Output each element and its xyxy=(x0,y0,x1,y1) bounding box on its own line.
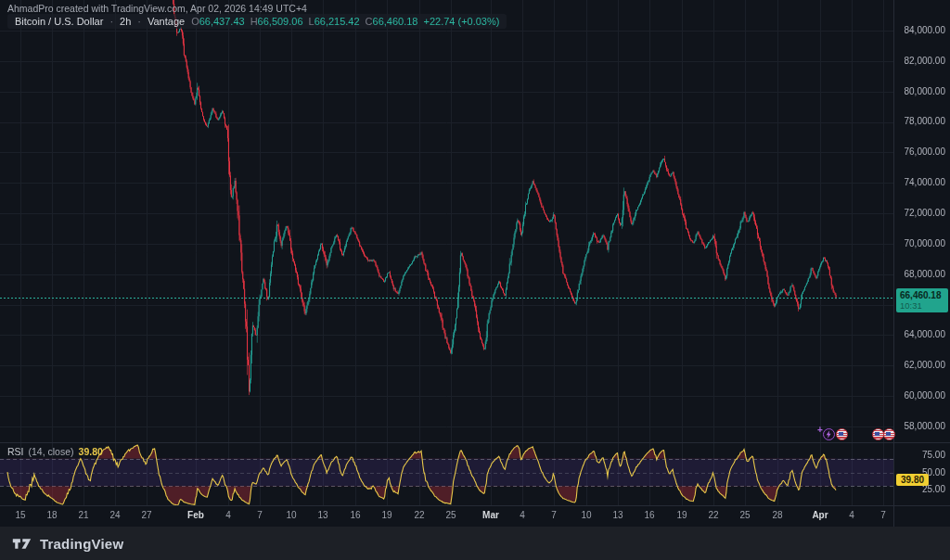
high-value: 66,509.06 xyxy=(258,16,303,27)
time-tick-label: 19 xyxy=(676,510,687,520)
exchange-name[interactable]: Vantage xyxy=(148,16,185,27)
time-tick-label: 7 xyxy=(551,510,557,520)
time-tick-label: Feb xyxy=(187,510,204,520)
tradingview-chart: AhmadPro created with TradingView.com, A… xyxy=(0,0,950,560)
change-value: +22.74 (+0.03%) xyxy=(423,16,499,27)
symbol-title[interactable]: Bitcoin / U.S. Dollar xyxy=(15,16,103,27)
last-price-label: 66,460.18 10:31 xyxy=(896,288,948,312)
high-label: H xyxy=(250,16,258,27)
legend-separator: · xyxy=(109,16,113,27)
pane-separator[interactable] xyxy=(0,439,950,445)
rsi-name: RSI xyxy=(7,446,24,457)
time-tick-label: Apr xyxy=(812,510,828,520)
time-tick-label: 16 xyxy=(350,510,360,520)
price-tick-label: 72,000.00 xyxy=(880,208,945,218)
time-tick-label: 13 xyxy=(317,510,327,520)
add-event-icon[interactable]: + xyxy=(817,426,823,435)
time-tick-label: Mar xyxy=(482,510,499,520)
price-tick-label: 84,000.00 xyxy=(880,25,945,35)
rsi-current-value: 39.80 xyxy=(79,446,103,457)
rsi-tick-label: 75.00 xyxy=(880,450,945,460)
time-tick-label: 7 xyxy=(257,510,263,520)
tradingview-logo-icon[interactable] xyxy=(12,534,32,553)
time-tick-label: 4 xyxy=(849,510,854,520)
time-tick-label: 19 xyxy=(381,510,392,520)
footer-bar: TradingView xyxy=(0,527,950,560)
time-tick-label: 13 xyxy=(612,510,623,520)
bar-countdown: 10:31 xyxy=(900,300,944,311)
time-tick-label: 25 xyxy=(445,510,456,520)
economic-event-icon[interactable] xyxy=(823,428,835,440)
price-tick-label: 60,000.00 xyxy=(880,390,945,401)
time-tick-label: 4 xyxy=(225,510,231,520)
time-tick-label: 7 xyxy=(880,510,886,520)
time-tick-label: 18 xyxy=(46,510,57,520)
price-tick-label: 74,000.00 xyxy=(880,177,945,187)
symbol-legend[interactable]: Bitcoin / U.S. Dollar · 2h · Vantage O66… xyxy=(7,14,507,29)
time-tick-label: 22 xyxy=(708,510,718,520)
rsi-params: (14, close) xyxy=(29,446,74,457)
tradingview-brand[interactable]: TradingView xyxy=(40,536,123,552)
price-tick-label: 76,000.00 xyxy=(880,146,945,157)
open-label: O xyxy=(191,16,199,27)
low-value: 66,215.42 xyxy=(315,16,360,27)
time-tick-label: 21 xyxy=(78,510,88,520)
ohlc-values: O66,437.43 H66,509.06 L66,215.42 C66,460… xyxy=(191,16,499,27)
time-tick-label: 10 xyxy=(581,510,591,520)
close-value: 66,460.18 xyxy=(373,16,418,27)
us-flag-event-icon[interactable] xyxy=(883,428,895,440)
price-tick-label: 62,000.00 xyxy=(880,360,945,370)
last-price-value: 66,460.18 xyxy=(900,290,944,300)
rsi-legend[interactable]: RSI (14, close) 39.80 xyxy=(7,446,103,457)
price-tick-label: 64,000.00 xyxy=(880,329,945,339)
time-tick-label: 22 xyxy=(414,510,424,520)
time-tick-label: 25 xyxy=(739,510,750,520)
time-tick-label: 10 xyxy=(286,510,296,520)
price-tick-label: 78,000.00 xyxy=(880,116,945,126)
time-tick-label: 4 xyxy=(520,510,525,520)
us-flag-event-icon[interactable] xyxy=(836,428,848,440)
watermark: AhmadPro created with TradingView.com, A… xyxy=(7,3,307,14)
time-tick-label: 27 xyxy=(141,510,151,520)
price-tick-label: 70,000.00 xyxy=(880,238,945,248)
lightning-bolt-icon xyxy=(826,430,832,439)
time-tick-label: 28 xyxy=(772,510,782,520)
timeframe[interactable]: 2h xyxy=(120,16,131,27)
time-tick-label: 16 xyxy=(644,510,654,520)
price-tick-label: 80,000.00 xyxy=(880,86,945,96)
rsi-axis-value-label: 39.80 xyxy=(896,474,929,486)
time-tick-label: 24 xyxy=(109,510,120,520)
close-label: C xyxy=(366,16,373,27)
open-value: 66,437.43 xyxy=(199,16,245,27)
legend-separator: · xyxy=(137,16,141,27)
price-tick-label: 68,000.00 xyxy=(880,269,945,279)
time-tick-label: 15 xyxy=(15,510,25,520)
chart-canvas[interactable] xyxy=(0,0,950,527)
price-tick-label: 82,000.00 xyxy=(880,56,945,66)
